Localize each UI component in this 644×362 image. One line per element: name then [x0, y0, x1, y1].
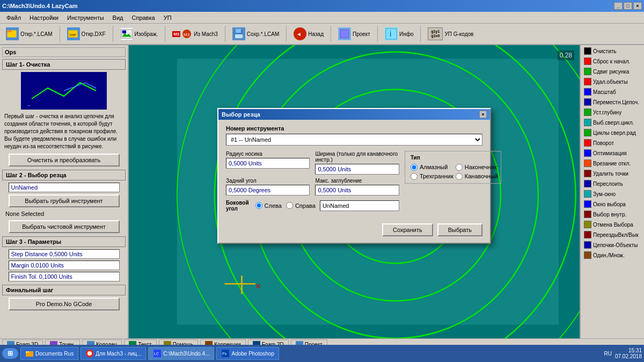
side-left-radio[interactable] [255, 202, 262, 209]
right-btn-zoom-window[interactable]: Зум-окно [582, 189, 643, 199]
radius-label: Радиус носика [226, 151, 310, 157]
right-color-clean [584, 47, 591, 55]
select-btn[interactable]: Выбрать [437, 223, 482, 236]
minimize-btn[interactable]: _ [614, 2, 623, 10]
right-btn-deselect[interactable]: Отмена Выбора [582, 220, 643, 229]
gcode-label: УП G-кодов [444, 31, 473, 37]
right-label-single-multi: Один./Множ. [593, 252, 625, 258]
max-depth-input[interactable] [315, 185, 399, 196]
image-btn[interactable]: Изображ. [116, 25, 162, 43]
info-btn[interactable]: i Инфо [381, 25, 418, 43]
title-controls: _ □ × [614, 2, 642, 10]
right-btn-reset[interactable]: Сброс к начал. [582, 56, 643, 66]
type-groove-radio[interactable] [456, 173, 463, 180]
type-diamond-option[interactable]: Алмазный [411, 164, 453, 171]
right-btn-clean[interactable]: Очистить [582, 46, 643, 56]
menu-view[interactable]: Вид [108, 13, 128, 22]
side-right-option[interactable]: Справа [286, 202, 316, 209]
right-btn-single-multi[interactable]: Один./Множ. [582, 250, 643, 260]
type-diamond-radio[interactable] [411, 164, 418, 171]
open-dxf-btn[interactable]: DXF Откр.DXF [63, 25, 109, 43]
sep3 [165, 26, 165, 42]
step3-section: Шаг 3 - Параметры Step Distance 0,5000 U… [2, 236, 126, 281]
back-angle-input[interactable] [226, 185, 310, 196]
taskbar-item-docs[interactable]: Documents Rus [20, 347, 78, 360]
tool-name-input[interactable] [320, 200, 399, 211]
type-triangle-option[interactable]: Трехгранник [411, 173, 453, 180]
right-label-deselect: Отмена Выбора [593, 222, 633, 228]
margin-field[interactable]: Margin 0,0100 Units [9, 260, 120, 270]
right-btn-select-inner[interactable]: Выбор внутр. [582, 209, 643, 219]
menu-up[interactable]: УП [159, 13, 176, 22]
finish-tol-field[interactable]: Finish Tol. 0,1000 Units [9, 272, 120, 281]
right-color-deselect [584, 221, 591, 228]
type-group: Тип Алмазный Наконечник Тр [405, 151, 501, 184]
right-color-chains-objects [584, 241, 591, 249]
menu-tools[interactable]: Инструменты [63, 13, 108, 22]
ps-icon: Ps [221, 349, 230, 358]
right-btn-rotate[interactable]: Поворот [582, 138, 643, 148]
type-triangle-radio[interactable] [411, 173, 418, 180]
right-btn-delete-obj[interactable]: Удал.объекты [582, 77, 643, 86]
tool-number-select[interactable]: #1 -- UnNamed [226, 134, 482, 146]
save-btn[interactable]: Сохранить [382, 223, 433, 236]
step-distance-field[interactable]: Step Distance 0,5000 Units [9, 249, 120, 259]
clean-convert-btn[interactable]: Очистить и преобразовать [9, 154, 120, 166]
right-label-select-window: Окно выбора [593, 201, 626, 207]
right-btn-optimize[interactable]: Оптимизация [582, 148, 643, 158]
folder-icon [25, 349, 34, 358]
side-group: Боковой угол Слева Справа [226, 200, 399, 212]
project-btn[interactable]: Проект [334, 25, 374, 43]
radius-input[interactable] [226, 158, 310, 169]
right-btn-relayer[interactable]: Переслоить [582, 179, 643, 189]
right-btn-drill-cycle[interactable]: Выб.сверл.цикл. [582, 118, 643, 127]
menu-settings[interactable]: Настройки [25, 13, 63, 22]
right-btn-move-chain[interactable]: Переместн.Цепоч. [582, 97, 643, 107]
side-right-label: Справа [295, 202, 316, 209]
mach3-btn[interactable]: M3 M3 Из Mach3 [169, 25, 222, 43]
taskbar-item-ps[interactable]: Ps Adobe Photoshop [216, 347, 279, 360]
right-btn-transitions[interactable]: ПереездыВкл/Вык [582, 230, 643, 240]
gcode-generate-btn[interactable]: Pro Demo.No GCode [9, 298, 120, 310]
right-label-shift: Сдвиг рисунка [593, 69, 629, 75]
final-section: Финальный шаг Pro Demo.No GCode [2, 285, 126, 310]
svg-text:◄: ◄ [296, 31, 302, 37]
rough-tool-btn[interactable]: Выбрать грубый инструмент [9, 194, 120, 207]
right-btn-plunge-off[interactable]: Врезание откл. [582, 158, 643, 168]
right-btn-delete-pts[interactable]: Удалить точки [582, 169, 643, 178]
maximize-btn[interactable]: □ [624, 2, 632, 10]
finish-tool-btn[interactable]: Выбрать чистовой инструмент [9, 220, 120, 233]
right-btn-drill-rad[interactable]: Циклы сверл.рад [582, 128, 643, 137]
right-btn-chains-objects[interactable]: Цепочки-Объекты [582, 240, 643, 250]
taskbar-item-lazycam[interactable]: LC C:\Mach3\Undo.4... [148, 347, 214, 360]
right-btn-select-window[interactable]: Окно выбора [582, 199, 643, 209]
width-input[interactable] [315, 164, 399, 175]
start-btn[interactable]: ⊞ [2, 348, 18, 359]
right-color-optimize [584, 149, 591, 157]
image-icon [120, 27, 133, 40]
save-lcam-btn[interactable]: Сохр.*.LCAM [229, 25, 283, 43]
type-tip-radio[interactable] [456, 164, 463, 171]
type-tip-option[interactable]: Наконечник [456, 164, 498, 171]
type-groove-option[interactable]: Канавочный [456, 173, 498, 180]
right-btn-shift[interactable]: Сдвиг рисунка [582, 67, 643, 76]
back-btn[interactable]: ◄ Назад [290, 25, 327, 43]
right-label-delete-pts: Удалить точки [593, 171, 628, 177]
menu-help[interactable]: Справка [127, 13, 159, 22]
right-btn-scale[interactable]: Масштаб [582, 87, 643, 97]
right-color-scale [584, 88, 591, 96]
taskbar-item-mach3[interactable]: Для Mach3 - лиц... [80, 347, 146, 360]
side-left-option[interactable]: Слева [255, 202, 282, 209]
side-right-radio[interactable] [286, 202, 293, 209]
close-btn[interactable]: × [633, 2, 642, 10]
right-label-clean: Очистить [593, 48, 617, 54]
menu-file[interactable]: Файл [2, 13, 25, 22]
gcode-btn[interactable]: g1y1 g1x0 УП G-кодов [424, 25, 477, 43]
svg-text:→: → [26, 103, 31, 108]
svg-rect-31 [26, 351, 29, 353]
right-btn-set-depth[interactable]: Уст.глубину [582, 107, 643, 117]
svg-point-33 [87, 351, 92, 356]
modal-close-btn[interactable]: × [479, 111, 487, 118]
right-color-drill-rad [584, 129, 591, 136]
open-lcam-btn[interactable]: Откр.*.LCAM [2, 25, 56, 43]
